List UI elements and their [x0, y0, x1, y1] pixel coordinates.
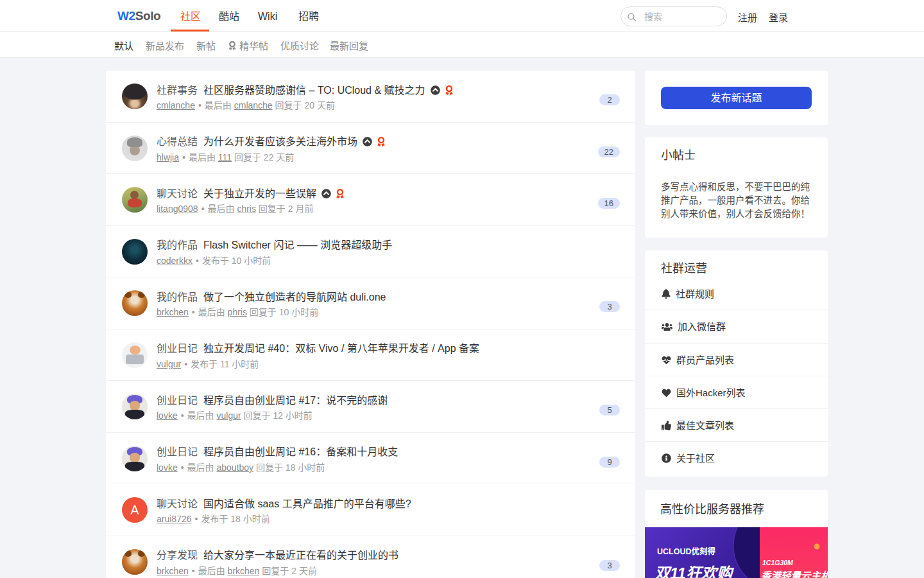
svg-text:1C1G30M: 1C1G30M	[762, 559, 793, 566]
svg-text:香港轻量云主机: 香港轻量云主机	[761, 570, 828, 578]
svg-text:双11狂欢购: 双11狂欢购	[654, 565, 735, 578]
svg-text:UCLOUD优刻得: UCLOUD优刻得	[657, 547, 715, 556]
